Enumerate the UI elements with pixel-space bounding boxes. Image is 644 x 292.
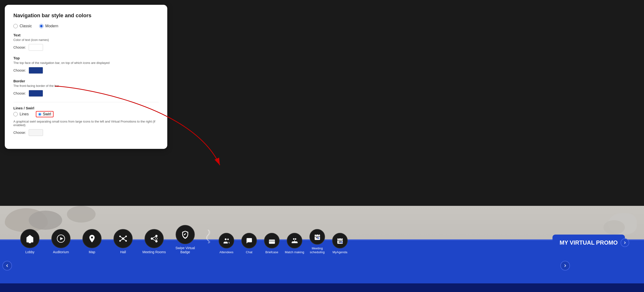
nav-arrow-right[interactable] xyxy=(560,261,570,270)
swirl-choose-row: Choose: xyxy=(14,129,159,136)
nav-item-attendees[interactable]: Attendees xyxy=(215,233,238,254)
nav-area: Lobby Auditorium Map xyxy=(0,206,644,292)
nav-item-lobby[interactable]: Lobby xyxy=(14,229,46,254)
nav-item-map[interactable]: Map xyxy=(76,229,108,254)
border-color-swatch[interactable] xyxy=(29,90,43,97)
nav-swirl-separator xyxy=(201,229,215,243)
lobby-icon-circle xyxy=(20,229,40,248)
home-icon xyxy=(25,234,34,243)
agenda-icon xyxy=(336,237,344,244)
meeting-rooms-icon-circle xyxy=(144,229,164,248)
calendar-icon xyxy=(314,233,321,241)
svg-line-19 xyxy=(153,236,156,238)
hall-icon-circle xyxy=(114,229,132,248)
svg-line-14 xyxy=(123,239,126,241)
shield-icon xyxy=(181,230,190,239)
text-choose-row: Choose: xyxy=(14,44,159,51)
promo-arrow-right[interactable] xyxy=(620,238,629,247)
svg-line-12 xyxy=(123,236,126,239)
swirl-desc: A graphical swirl separating small icons… xyxy=(14,120,159,127)
left-arrow-icon xyxy=(5,263,10,268)
meeting-scheduling-icon-circle xyxy=(310,229,325,245)
matchmaking-icon-circle xyxy=(287,233,302,248)
handshake-icon xyxy=(291,237,298,244)
briefcase-icon-circle xyxy=(264,233,280,248)
myagenda-label: MyAgenda xyxy=(332,250,347,254)
nav-item-meeting-scheduling[interactable]: Meeting scheduling xyxy=(306,229,328,254)
promo-box[interactable]: MY VIRTUAL PROMO xyxy=(552,235,625,251)
nav-item-hall[interactable]: Hall xyxy=(108,229,138,254)
nav-item-auditorium[interactable]: Auditorium xyxy=(46,229,76,254)
svg-point-15 xyxy=(155,235,158,237)
svg-point-21 xyxy=(224,238,226,240)
text-color-swatch[interactable] xyxy=(29,44,43,51)
attendees-icon-circle xyxy=(219,233,234,248)
nav-arrow-left[interactable] xyxy=(2,261,12,270)
svg-point-26 xyxy=(295,238,296,240)
svg-point-22 xyxy=(227,238,229,240)
swirl-color-swatch[interactable] xyxy=(29,129,43,136)
classic-option[interactable]: Classic xyxy=(14,24,32,28)
auditorium-icon-circle xyxy=(52,229,70,248)
briefcase-icon xyxy=(268,237,276,244)
svg-line-11 xyxy=(120,236,123,239)
promo-right-icon xyxy=(623,241,627,245)
map-icon-circle xyxy=(82,229,102,248)
classic-radio[interactable] xyxy=(14,24,18,28)
lines-option[interactable]: Lines xyxy=(14,112,29,116)
lines-swirl-group: Lines Swirl xyxy=(14,111,159,117)
right-arrow-icon xyxy=(563,263,568,268)
briefcase-label: Briefcase xyxy=(265,250,278,254)
top-choose-row: Choose: xyxy=(14,67,159,74)
lines-swirl-label: Lines / Swirl xyxy=(14,106,159,110)
lines-radio[interactable] xyxy=(14,112,18,116)
matchmaking-label: Match making xyxy=(285,250,304,254)
svg-point-36 xyxy=(318,237,318,238)
nav-item-myagenda[interactable]: MyAgenda xyxy=(328,233,351,254)
svg-marker-4 xyxy=(60,237,63,240)
swirl-radio[interactable] xyxy=(38,113,41,116)
lobby-label: Lobby xyxy=(25,250,34,254)
hub-icon xyxy=(118,234,128,243)
promo-text: MY VIRTUAL PROMO xyxy=(560,239,618,246)
border-section-desc: The front-facing border of the bar xyxy=(14,84,159,88)
swirl-label: Swirl xyxy=(43,112,51,116)
border-choose-row: Choose: xyxy=(14,90,159,97)
map-label: Map xyxy=(89,250,95,254)
nav-item-matchmaking[interactable]: Match making xyxy=(283,233,306,254)
top-section-label: Top xyxy=(14,56,159,60)
nav-item-swipe-badge[interactable]: Swipe Virtual Badge xyxy=(170,225,201,254)
hall-label: Hall xyxy=(120,250,126,254)
text-section-label: Text xyxy=(14,33,159,37)
nav-item-chat[interactable]: Chat xyxy=(238,233,260,254)
swirl-choose-label: Choose: xyxy=(14,131,26,134)
share-icon xyxy=(150,234,159,243)
nav-bar-3d: Lobby Auditorium Map xyxy=(0,239,644,292)
svg-rect-32 xyxy=(316,237,316,238)
svg-point-25 xyxy=(293,238,294,240)
svg-line-13 xyxy=(120,239,123,241)
top-color-swatch[interactable] xyxy=(29,67,43,74)
modern-radio[interactable] xyxy=(39,24,44,28)
modern-label: Modern xyxy=(46,24,58,28)
top-section-desc: The top face of the navigation bar, on t… xyxy=(14,61,159,65)
panel-title: Navigation bar style and colors xyxy=(14,13,159,19)
svg-point-16 xyxy=(151,237,153,240)
chat-label: Chat xyxy=(246,250,252,254)
chat-icon-circle xyxy=(241,233,257,248)
svg-rect-1 xyxy=(29,242,31,243)
swirl-option-highlighted[interactable]: Swirl xyxy=(36,111,54,117)
meeting-rooms-label: Meeting Rooms xyxy=(142,250,166,254)
modern-option[interactable]: Modern xyxy=(39,24,58,28)
svg-rect-2 xyxy=(29,239,30,242)
nav-item-briefcase[interactable]: Briefcase xyxy=(260,233,283,254)
style-radio-group: Classic Modern xyxy=(14,24,159,28)
auditorium-label: Auditorium xyxy=(53,250,69,254)
swipe-badge-label: Swipe Virtual Badge xyxy=(173,246,197,254)
meeting-scheduling-label: Meeting scheduling xyxy=(306,246,328,254)
nav-item-meeting-rooms[interactable]: Meeting Rooms xyxy=(138,229,170,254)
text-choose-label: Choose: xyxy=(14,46,26,49)
svg-rect-23 xyxy=(269,240,275,244)
svg-point-5 xyxy=(91,236,93,238)
play-icon xyxy=(56,234,66,243)
